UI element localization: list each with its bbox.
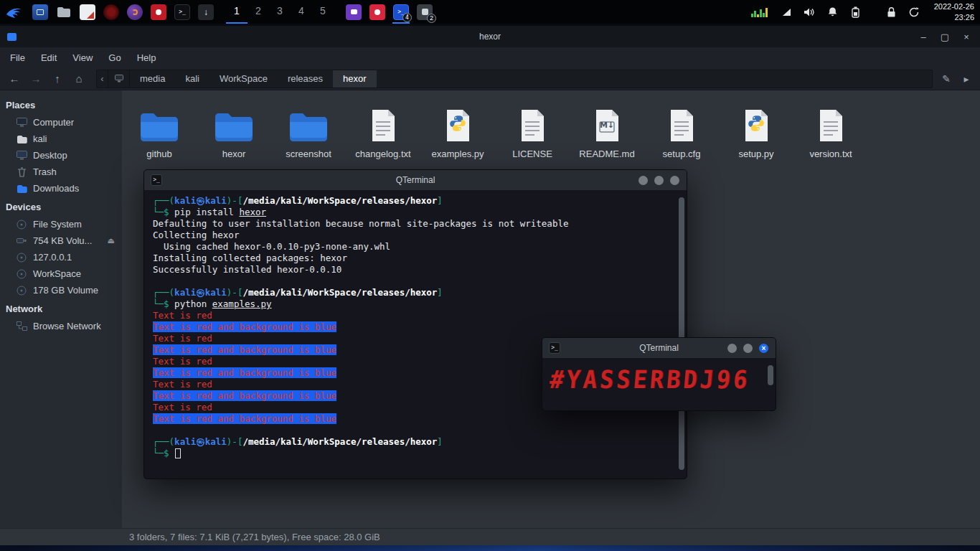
breadcrumb-workspace[interactable]: WorkSpace — [209, 70, 278, 88]
menu-file[interactable]: File — [10, 52, 25, 63]
notification-bell-icon[interactable] — [826, 6, 839, 18]
home-icon[interactable]: ⌂ — [72, 72, 86, 85]
file-manager-titlebar[interactable]: hexor – ▢ × — [0, 26, 980, 47]
taskbar-icon-red-app[interactable] — [151, 4, 166, 20]
taskbar-icon-gray-app[interactable]: 2 — [417, 4, 433, 20]
cpu-graph-icon[interactable] — [751, 7, 770, 17]
sidebar-header-network: Network — [0, 298, 122, 318]
volume-icon[interactable] — [804, 6, 816, 18]
browser-glyph — [132, 9, 138, 15]
menu-view[interactable]: View — [72, 52, 93, 63]
terminal-output[interactable]: #YASSERBDJ96 — [542, 365, 776, 392]
close-icon[interactable]: × — [961, 32, 971, 42]
file-item-changelog[interactable]: changelog.txt — [346, 105, 420, 179]
maximize-button[interactable] — [654, 176, 664, 185]
file-item-github[interactable]: github — [122, 105, 197, 179]
sidebar-item-home[interactable]: kali — [0, 131, 122, 147]
toolbar: ← → ↑ ⌂ ‹ media kali WorkSpace releases … — [0, 67, 980, 90]
maximize-button[interactable] — [743, 344, 753, 353]
workspace-5[interactable]: 5 — [312, 0, 334, 24]
menu-help[interactable]: Help — [137, 52, 156, 63]
sidebar-header-places: Places — [0, 95, 122, 114]
blue-bg-output-line: Text is red and background is blue — [153, 321, 678, 333]
file-manager-glyph — [37, 9, 44, 15]
minimize-button[interactable] — [639, 176, 648, 185]
workspace-2[interactable]: 2 — [248, 0, 269, 24]
power-battery-icon[interactable] — [849, 6, 862, 18]
taskbar-icon-media-app[interactable] — [369, 4, 385, 20]
sidebar-item-usb-volume[interactable]: 754 KB Volu... ⏏ — [0, 232, 122, 249]
maximize-icon[interactable]: ▢ — [940, 32, 950, 42]
breadcrumb-scroll-left-icon[interactable]: ‹ — [97, 70, 108, 88]
sidebar-item-127-0-0-1[interactable]: 127.0.0.1 — [0, 249, 122, 265]
breadcrumb-releases[interactable]: releases — [278, 70, 333, 88]
workspace-1[interactable]: 1 — [226, 0, 248, 24]
edit-path-icon[interactable]: ✎ — [940, 73, 953, 85]
breadcrumb-hexor-current[interactable]: hexor — [333, 70, 377, 88]
qterminal-titlebar[interactable]: >_ QTerminal — [144, 170, 687, 190]
terminal-icon: >_ — [151, 174, 162, 186]
hexor-ascii-banner: #YASSERBDJ96 — [548, 365, 776, 395]
qterminal-window-main: >_ QTerminal ┌──(kali㉿kali)-[/media/kali… — [143, 169, 687, 479]
sidebar-item-workspace-volume[interactable]: WorkSpace — [0, 265, 122, 282]
file-item-setup-cfg[interactable]: setup.cfg — [644, 105, 719, 179]
panel-clock[interactable]: 2022-02-26 23:26 — [934, 1, 974, 22]
sidebar-item-computer[interactable]: Computer — [0, 114, 122, 131]
command-line: └─$ pip install hexor — [153, 207, 678, 218]
network-icon[interactable] — [781, 6, 793, 18]
scrollbar-thumb[interactable] — [768, 365, 773, 385]
taskbar-icon-folder[interactable] — [56, 4, 72, 20]
up-icon[interactable]: ↑ — [50, 72, 65, 85]
clock-date: 2022-02-26 — [934, 1, 974, 11]
file-item-setup-py[interactable]: setup.py — [719, 105, 793, 179]
taskbar-icon-qterminal-active[interactable]: >_ 4 — [393, 4, 409, 20]
file-item-examples-py[interactable]: examples.py — [420, 105, 495, 179]
breadcrumb-kali[interactable]: kali — [175, 70, 209, 88]
kali-menu-icon[interactable] — [6, 4, 24, 21]
text-file-icon — [519, 105, 546, 142]
menu-bar: File Edit View Go Help — [0, 47, 980, 67]
text-file-icon — [817, 105, 844, 142]
sidebar-item-desktop[interactable]: Desktop — [0, 147, 122, 164]
file-item-hexor[interactable]: hexor — [197, 105, 271, 179]
file-item-readme[interactable]: M↓ README.md — [570, 105, 644, 179]
sidebar-item-178gb-volume[interactable]: 178 GB Volume — [0, 282, 122, 298]
minimize-button[interactable] — [727, 344, 737, 353]
clock-time: 23:26 — [934, 12, 974, 22]
taskbar-icon-file-manager[interactable] — [32, 4, 48, 20]
path-root-icon[interactable] — [108, 70, 130, 88]
close-button[interactable]: × — [759, 344, 768, 353]
file-item-version[interactable]: version.txt — [793, 105, 868, 179]
sidebar-item-browse-network[interactable]: Browse Network — [0, 318, 122, 334]
session-refresh-icon[interactable] — [908, 6, 920, 18]
terminal-output[interactable]: ┌──(kali㉿kali)-[/media/kali/WorkSpace/re… — [144, 190, 687, 459]
keyring-lock-icon[interactable] — [885, 6, 897, 18]
close-button[interactable] — [670, 176, 679, 185]
scrollbar-thumb[interactable] — [679, 197, 684, 470]
menu-edit[interactable]: Edit — [41, 52, 57, 63]
taskbar-icon-recorder[interactable] — [103, 4, 119, 20]
breadcrumb-scroll-right-icon[interactable]: ▸ — [960, 73, 973, 85]
sidebar-item-filesystem[interactable]: File System — [0, 216, 122, 232]
taskbar-icon-chat-app[interactable] — [346, 4, 362, 20]
folder-icon — [215, 105, 253, 142]
taskbar-icon-text-editor[interactable] — [80, 4, 95, 20]
forward-icon[interactable]: → — [29, 72, 43, 85]
taskbar-icon-terminal[interactable]: >_ — [174, 4, 190, 20]
file-item-license[interactable]: LICENSE — [495, 105, 570, 179]
file-item-screenshot[interactable]: screenshot — [271, 105, 346, 179]
breadcrumb-media[interactable]: media — [130, 70, 175, 88]
eject-icon[interactable]: ⏏ — [108, 236, 118, 245]
taskbar-icon-downloader[interactable]: ↓ — [198, 4, 214, 20]
taskbar-icon-browser[interactable] — [127, 4, 143, 20]
minimize-icon[interactable]: – — [918, 32, 928, 42]
menu-go[interactable]: Go — [108, 52, 121, 63]
terminal-cursor — [175, 448, 181, 458]
sidebar-item-downloads[interactable]: Downloads — [0, 180, 122, 197]
qterminal-titlebar[interactable]: >_ QTerminal × — [542, 338, 776, 358]
workspace-3[interactable]: 3 — [269, 0, 291, 24]
input-line: └─$ — [153, 448, 678, 459]
back-icon[interactable]: ← — [7, 72, 22, 85]
workspace-4[interactable]: 4 — [291, 0, 312, 24]
sidebar-item-trash[interactable]: Trash — [0, 164, 122, 180]
